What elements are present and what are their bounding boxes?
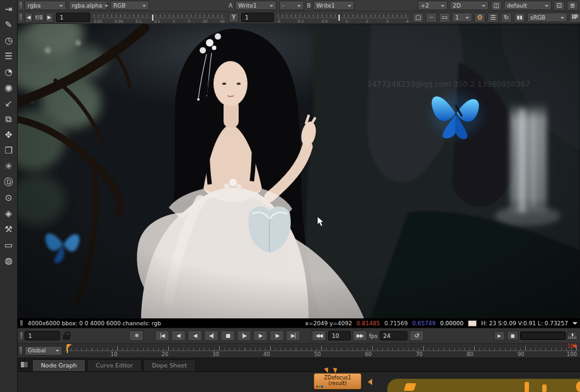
viewer-canvas[interactable]: 1477248233@qq.com 350 2 13960950367 xyxy=(18,24,580,318)
gamma-input[interactable]: 1 xyxy=(241,13,274,22)
pause-updates-icon[interactable]: ▮▮ xyxy=(514,13,525,23)
range-end-frame: 100 xyxy=(567,344,577,349)
frame-increment-input[interactable]: 10 xyxy=(328,331,351,340)
gain-tick-label: 0.05 xyxy=(115,19,123,23)
gamma-gear-icon[interactable]: ❂ xyxy=(474,13,486,23)
input-process-button[interactable]: IP xyxy=(569,13,580,23)
next-keyframe-button[interactable]: ·▶ xyxy=(270,330,284,341)
viewer-settings-icon[interactable]: ≣ xyxy=(567,1,578,11)
monitor-out-icon[interactable]: ▭ xyxy=(439,13,450,23)
lock-icon[interactable] xyxy=(63,335,70,340)
gain-slider[interactable]: 0.010.050.10.5132050 xyxy=(93,12,226,23)
timeline-playhead[interactable] xyxy=(67,344,72,349)
display-dropdown-value: RGB xyxy=(113,3,125,9)
tab-node-graph[interactable]: Node Graph xyxy=(32,359,86,371)
loop-mode-button[interactable]: ↺ xyxy=(409,330,424,341)
downrez-dropdown[interactable]: +2 xyxy=(418,1,448,10)
goto-start-button[interactable]: |◀ xyxy=(155,330,169,341)
step-forward-button[interactable]: |▶ xyxy=(237,330,251,341)
input-a-label: A xyxy=(229,3,232,9)
tab-dope-sheet[interactable]: Dope Sheet xyxy=(143,359,196,371)
views-node-icon[interactable]: ⊙ xyxy=(1,189,16,205)
memory-usage-field[interactable] xyxy=(520,332,566,340)
gain-prev-icon[interactable]: ◀ xyxy=(25,13,33,23)
metadata-node-icon[interactable]: ◈ xyxy=(1,205,16,221)
pane-layout-icon[interactable] xyxy=(20,361,28,368)
alpha-channel-dropdown[interactable]: rgba.alpha xyxy=(69,1,108,10)
gain-tick-label: 3 xyxy=(188,19,190,23)
particles-node-icon[interactable]: ✳ xyxy=(1,158,16,174)
play-forward-button[interactable]: ▶ xyxy=(253,330,268,341)
gain-tick-label: 0.5 xyxy=(154,19,161,23)
input-b-dropdown[interactable]: Write1 xyxy=(313,1,355,10)
play-backward-button[interactable]: ◀ xyxy=(188,330,202,341)
filter-node-icon[interactable]: ◉ xyxy=(1,79,16,95)
gamma-toggle-button[interactable]: Y xyxy=(229,13,239,23)
frame-range-dropdown[interactable]: Global xyxy=(25,346,62,356)
refresh-icon[interactable]: ↻ xyxy=(501,13,512,23)
fps-input[interactable]: 24 xyxy=(380,331,407,340)
tab-curve-editor[interactable]: Curve Editor xyxy=(87,359,142,371)
compare-mode-dropdown[interactable]: - xyxy=(279,1,304,10)
cursor-position: x=2049 y=4092 xyxy=(305,320,352,327)
input-a-dropdown[interactable]: Write1 xyxy=(235,1,276,10)
flipbook-play-button[interactable]: ▶ xyxy=(494,331,505,340)
watermark-logo xyxy=(387,379,580,392)
panel-tab-bar: Node GraphCurve EditorDope Sheet xyxy=(18,357,580,371)
keyer-node-icon[interactable]: ↙ xyxy=(1,95,16,111)
zdefocus-node[interactable]: ZDefocus1 (result) xyxy=(314,373,361,389)
gain-slider-track xyxy=(94,18,225,18)
ofx-node-icon[interactable]: ◍ xyxy=(1,252,16,268)
time-node-icon[interactable]: ◷ xyxy=(1,32,16,48)
flipbook-stop-button[interactable]: ■ xyxy=(507,331,518,340)
scanlines-icon[interactable]: ☰ xyxy=(487,13,499,23)
channel-node-icon[interactable]: ☰ xyxy=(1,48,16,64)
pane-splitter-grip[interactable] xyxy=(20,320,23,326)
timeline-ruler[interactable]: 102030405060708090100 xyxy=(65,344,578,357)
pane-splitter-grip[interactable] xyxy=(20,14,22,21)
image-node-icon[interactable]: ⇥ xyxy=(1,1,16,16)
current-frame-input[interactable]: 1 xyxy=(25,331,60,340)
layer-dropdown[interactable]: rgba xyxy=(25,1,66,10)
skip-back-button[interactable]: ◀◀ xyxy=(312,330,326,341)
chevron-down-icon[interactable] xyxy=(572,322,577,327)
color-node-icon[interactable]: ◔ xyxy=(1,64,16,79)
other-node-icon[interactable]: ▭ xyxy=(1,237,16,252)
display-channels-dropdown[interactable]: RGB xyxy=(110,1,149,10)
gamma-slider-ticks xyxy=(278,14,409,17)
view-mode-dropdown[interactable]: 2D xyxy=(450,1,489,10)
gain-next-icon[interactable]: ▶ xyxy=(45,13,54,23)
frame-range-value: Global xyxy=(28,347,46,354)
stereo-views-icon[interactable]: ◫ xyxy=(491,1,502,11)
viewer-panel: rgba rgba.alpha RGB A Write1 - B Write1 … xyxy=(18,0,580,392)
toolsets-node-icon[interactable]: ⚒ xyxy=(1,221,16,237)
pane-splitter-grip[interactable] xyxy=(20,2,22,9)
gamma-tick-label: 1 xyxy=(346,19,348,23)
gamma-slider-handle[interactable] xyxy=(338,14,341,21)
stop-button[interactable]: ■ xyxy=(220,330,235,341)
merge-node-icon[interactable]: ⧉ xyxy=(1,111,16,126)
roi-icon[interactable]: ▢ xyxy=(412,13,424,23)
gain-slider-handle[interactable] xyxy=(151,14,154,21)
gain-input[interactable]: 1 xyxy=(56,13,90,22)
gamma-slider[interactable]: 00.10.51234 xyxy=(276,12,410,23)
format-guides-icon[interactable]: ⊡ xyxy=(554,1,565,11)
alpha-dropdown-value: rgba.alpha xyxy=(72,3,102,9)
pane-splitter-grip[interactable] xyxy=(20,347,22,354)
3d-node-icon[interactable]: ❒ xyxy=(1,142,16,158)
node-graph-panel[interactable]: ZDefocus1 (result) xyxy=(18,371,580,392)
transform-node-icon[interactable]: ✥ xyxy=(1,126,16,142)
viewer-layout-dropdown[interactable]: default xyxy=(504,1,552,10)
wipe-icon[interactable]: ┄ xyxy=(426,13,437,23)
goto-end-button[interactable]: ▶| xyxy=(286,330,300,341)
monitor-scale-dropdown[interactable]: 1 xyxy=(452,13,472,22)
draw-node-icon[interactable]: ✎ xyxy=(1,16,16,32)
step-back-button[interactable]: ◀| xyxy=(204,330,219,341)
gain-tick-label: 20 xyxy=(203,19,208,23)
snowflake-pause-button[interactable]: ✻ xyxy=(129,330,144,341)
deep-node-icon[interactable]: Ⓓ xyxy=(1,174,16,189)
colorspace-dropdown[interactable]: sRGB xyxy=(527,13,567,22)
prev-keyframe-button[interactable]: ◀· xyxy=(171,330,186,341)
pane-splitter-grip[interactable] xyxy=(20,332,23,340)
skip-forward-button[interactable]: ▶▶ xyxy=(353,330,367,341)
